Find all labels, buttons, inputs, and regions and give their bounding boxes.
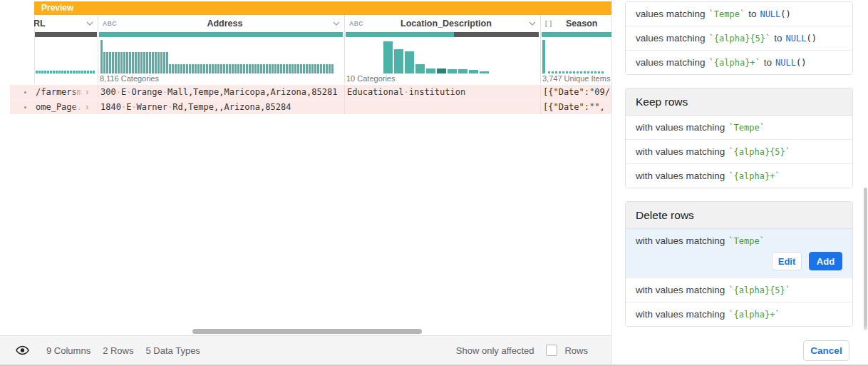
rows-toggle-label: Rows bbox=[564, 345, 588, 356]
quality-bar-location-description[interactable] bbox=[346, 32, 539, 37]
row-marker-dot bbox=[24, 91, 26, 93]
suggestion-pattern: `{alpha}+` bbox=[709, 58, 760, 68]
vertical-scrollbar-thumb[interactable] bbox=[864, 188, 867, 330]
histogram-season[interactable] bbox=[540, 38, 611, 73]
string-type-icon: ABC bbox=[349, 20, 363, 27]
suggestion-text: to bbox=[748, 9, 756, 19]
card-title: Keep rows bbox=[626, 88, 852, 116]
suggestion-function: NULL bbox=[760, 9, 780, 19]
suggestion-pattern: `{alpha}{5}` bbox=[728, 285, 790, 295]
data-wrangler-preview-screen: Preview URL ABC Address 8,116 Categories bbox=[0, 0, 868, 366]
expand-row-chevron-icon[interactable]: › bbox=[86, 85, 88, 99]
suggestion-text: with values matching bbox=[636, 309, 725, 320]
cell-season[interactable]: [{"Date":"", bbox=[543, 100, 611, 114]
suggestion-text: values matching bbox=[636, 9, 706, 19]
suggestion-pattern: `Tempe` bbox=[728, 236, 765, 246]
cell-text: /farmersma bbox=[36, 85, 83, 99]
column-name: Location_Description bbox=[363, 19, 529, 29]
card-title: Delete rows bbox=[626, 202, 852, 229]
preview-footer: 9 Columns 2 Rows 5 Data Types Show only … bbox=[0, 335, 611, 365]
rows-count: 2 Rows bbox=[103, 345, 133, 356]
suggestion-item[interactable]: values matching `{alpha}{5}` to NULL () bbox=[626, 26, 852, 50]
preview-pane: Preview URL ABC Address 8,116 Categories bbox=[0, 0, 611, 366]
suggestion-parens: () bbox=[806, 34, 816, 44]
suggestion-card-delete-rows: Delete rows with values matching `Tempe`… bbox=[625, 201, 853, 327]
suggestion-text: with values matching bbox=[636, 122, 725, 133]
suggestion-card-set-values: values matching `Tempe` to NULL () value… bbox=[625, 1, 853, 75]
histogram-location-description[interactable] bbox=[344, 38, 540, 73]
cell-address[interactable]: 300·E·Orange·Mall,Tempe,Maricopa,Arizona… bbox=[100, 85, 337, 99]
show-only-affected-checkbox[interactable] bbox=[546, 345, 557, 356]
chevron-down-icon[interactable] bbox=[333, 21, 340, 26]
table-row[interactable]: /farmersma › 300·E·Orange·Mall,Tempe,Mar… bbox=[10, 85, 611, 99]
cell-url[interactable]: /farmersma bbox=[36, 85, 83, 99]
column-header-season[interactable]: [ ] Season bbox=[540, 15, 611, 32]
suggestion-item[interactable]: with values matching `{alpha}{5}` bbox=[626, 139, 852, 163]
array-type-icon: [ ] bbox=[545, 20, 552, 27]
suggestion-text: with values matching bbox=[636, 235, 725, 246]
histogram-label: 10 Categories bbox=[346, 74, 537, 83]
suggestion-pattern: `{alpha}+` bbox=[728, 171, 780, 181]
suggestion-parens: () bbox=[796, 58, 806, 68]
chevron-down-icon[interactable] bbox=[86, 21, 93, 26]
histogram-address[interactable] bbox=[98, 38, 344, 73]
suggestion-text: to bbox=[764, 57, 772, 68]
suggestion-text: values matching bbox=[636, 33, 706, 44]
horizontal-scrollbar-thumb[interactable] bbox=[192, 329, 422, 334]
cell-text: ome_Page.h bbox=[36, 100, 83, 114]
cell-season[interactable]: [{"Date":"09/ bbox=[543, 85, 611, 99]
expand-row-chevron-icon[interactable]: › bbox=[86, 100, 88, 114]
suggestion-card-keep-rows: Keep rows with values matching `Tempe` w… bbox=[625, 88, 853, 188]
preview-eye-icon[interactable] bbox=[16, 345, 29, 355]
chevron-down-icon[interactable] bbox=[529, 21, 536, 26]
suggestion-pattern: `{alpha}{5}` bbox=[728, 147, 790, 157]
add-button[interactable]: Add bbox=[809, 252, 842, 270]
cell-location-description[interactable]: Educational·institution bbox=[347, 85, 465, 99]
columns-count: 9 Columns bbox=[46, 345, 91, 356]
suggestion-item[interactable]: values matching `Tempe` to NULL () bbox=[626, 2, 852, 26]
column-header-url[interactable]: URL bbox=[34, 15, 98, 32]
suggestion-item-selected[interactable]: with values matching `Tempe` Edit Add bbox=[626, 229, 852, 278]
suggestion-text: with values matching bbox=[636, 285, 725, 295]
suggestion-item[interactable]: with values matching `{alpha}{5}` bbox=[626, 278, 852, 302]
quality-bar-address[interactable] bbox=[99, 32, 343, 37]
suggestion-pattern: `{alpha}{5}` bbox=[709, 34, 771, 44]
suggestion-pattern: `{alpha}+` bbox=[728, 310, 780, 320]
suggestion-function: NULL bbox=[786, 34, 807, 44]
histogram-url[interactable] bbox=[34, 38, 98, 73]
column-name: Season bbox=[552, 19, 611, 29]
column-name: URL bbox=[34, 19, 86, 29]
suggestion-function: NULL bbox=[775, 58, 796, 68]
column-name: Address bbox=[117, 19, 333, 29]
suggestion-text: with values matching bbox=[636, 171, 725, 181]
suggestion-item[interactable]: with values matching `{alpha}+` bbox=[626, 302, 852, 326]
data-types-count: 5 Data Types bbox=[146, 345, 200, 356]
suggestion-text: to bbox=[774, 33, 782, 44]
suggestion-pattern: `Tempe` bbox=[728, 123, 765, 133]
suggestion-text: with values matching bbox=[636, 146, 725, 157]
row-marker-dot bbox=[24, 106, 26, 108]
cancel-button[interactable]: Cancel bbox=[803, 340, 849, 361]
suggestion-item[interactable]: with values matching `Tempe` bbox=[626, 116, 852, 139]
suggestion-item[interactable]: values matching `{alpha}+` to NULL () bbox=[626, 50, 852, 74]
suggestion-item[interactable]: with values matching `{alpha}+` bbox=[626, 163, 852, 188]
cell-address[interactable]: 1840·E·Warner·Rd,Tempe,,Arizona,85284 bbox=[100, 100, 291, 114]
table-row[interactable]: ome_Page.h › 1840·E·Warner·Rd,Tempe,,Ari… bbox=[10, 100, 611, 114]
column-header-address[interactable]: ABC Address bbox=[98, 15, 344, 32]
quality-bar-season[interactable] bbox=[542, 32, 611, 37]
preview-banner: Preview bbox=[34, 1, 611, 15]
string-type-icon: ABC bbox=[103, 20, 117, 27]
suggestion-pattern: `Tempe` bbox=[709, 9, 745, 19]
column-header-location-description[interactable]: ABC Location_Description bbox=[344, 15, 540, 32]
histogram-label: 3,747 Unique Items bbox=[542, 74, 611, 83]
quality-bar-url[interactable] bbox=[35, 32, 97, 37]
suggestion-parens: () bbox=[780, 9, 790, 19]
histogram-label: 8,116 Categories bbox=[100, 74, 342, 83]
show-only-affected-label: Show only affected bbox=[456, 345, 534, 356]
cell-url[interactable]: ome_Page.h bbox=[36, 100, 83, 114]
suggestion-text: values matching bbox=[636, 57, 706, 68]
edit-button[interactable]: Edit bbox=[772, 252, 802, 270]
suggestions-panel: values matching `Tempe` to NULL () value… bbox=[611, 0, 868, 366]
